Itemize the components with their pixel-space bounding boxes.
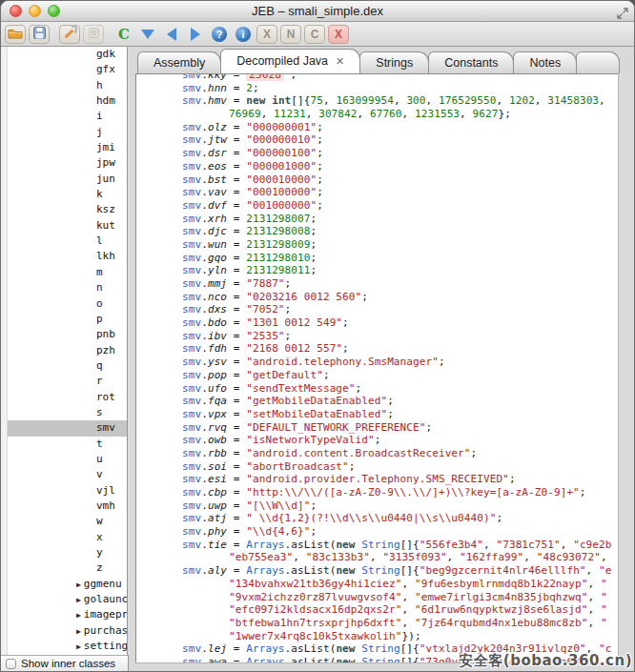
code-line[interactable]: smv.uwp = "[\\W\\d]"; [136, 499, 618, 513]
code-line[interactable]: smv.gqo = 2131298010; [136, 252, 618, 265]
code-line[interactable]: "btfebwa1hn7trsxprjhp6dxft", "7jz64rqubm… [136, 617, 618, 630]
sidebar-class-item[interactable]: pzh [1, 343, 127, 358]
code-line[interactable]: smv.atj = " \\d{1,2}(?!\\d\\s\\u0440|\\s… [136, 512, 618, 525]
sidebar-class-item[interactable]: hdm [1, 93, 127, 109]
code-line[interactable]: smv.soi = "abortBroadcast"; [136, 460, 618, 474]
minimize-window-button[interactable] [29, 5, 41, 17]
expander-arrow-icon[interactable]: ▶ [76, 596, 81, 604]
sidebar-class-item[interactable]: gfx [1, 62, 127, 77]
resize-corner-icon[interactable] [617, 6, 628, 23]
sidebar-class-item[interactable]: l [1, 234, 127, 249]
code-line[interactable]: "efc097i2kldsacx16dp2qxs2r", "6d1ruw6nqy… [136, 603, 618, 617]
sidebar-class-item[interactable]: y [1, 545, 127, 560]
sidebar-package-item[interactable]: ▶golaunch [1, 592, 127, 607]
sidebar-class-item[interactable]: jpw [1, 155, 127, 171]
sidebar-class-item[interactable]: s [1, 405, 127, 420]
navigate-back-button[interactable] [161, 25, 182, 44]
info-button[interactable]: i [233, 25, 254, 44]
sidebar-class-item[interactable]: q [1, 358, 127, 374]
code-line[interactable]: smv.bdo = "1301 0012 549"; [136, 316, 618, 330]
code-line[interactable]: smv.nco = "0203216 0012 560"; [136, 291, 618, 304]
code-line[interactable]: smv.vpx = "setMobileDataEnabled"; [136, 408, 618, 421]
code-line[interactable]: smv.djc = 2131298008; [136, 225, 618, 238]
sidebar-class-item[interactable]: u [1, 452, 127, 467]
navigate-forward-button[interactable] [185, 25, 206, 44]
sidebar-class-item[interactable]: jmi [1, 140, 127, 155]
sidebar-class-item[interactable]: z [1, 560, 127, 576]
sidebar-package-item[interactable]: ▶ggmenu [1, 577, 127, 592]
code-line[interactable]: smv.olz = "000000001"; [136, 121, 618, 134]
sidebar-class-item[interactable]: o [1, 296, 127, 312]
code-line[interactable]: smv.cbp = "http:\\/\\/([a-zA-Z0-9\\.\\/]… [136, 486, 618, 499]
code-line[interactable]: smv.fqa = "getMobileDataEnabled"; [136, 395, 618, 408]
sidebar-class-item[interactable]: jun [1, 172, 127, 187]
code-line[interactable]: smv.rbb = "android.content.BroadcastRece… [136, 447, 618, 460]
xref-button[interactable]: X [256, 25, 277, 44]
code-line[interactable]: smv.wun = 2131298009; [136, 238, 618, 252]
tab-strings[interactable]: Strings [359, 51, 429, 73]
sidebar-class-item[interactable]: t [1, 437, 127, 452]
expander-arrow-icon[interactable]: ▶ [76, 627, 81, 636]
code-line[interactable]: smv.owb = "isNetworkTypeValid"; [136, 434, 618, 447]
code-line[interactable]: smv.kky = 25028 ; [136, 73, 618, 82]
tab-close-icon[interactable]: ✕ [336, 55, 344, 67]
sidebar-package-item[interactable]: ▶imagepre [1, 607, 127, 622]
code-line[interactable]: "eb755ea3", "83c133b3", "3135f093", "162… [136, 551, 618, 564]
open-file-button[interactable] [5, 25, 26, 44]
decompiled-code-panel[interactable]: smv.kky = 25028 ;smv.hnn = 2;smv.hmv = n… [135, 73, 619, 663]
title-bar[interactable]: JEB – smali_simple.dex [1, 1, 634, 22]
sidebar-package-item[interactable]: ▶settings [1, 639, 127, 654]
sidebar-class-item[interactable]: rot [1, 390, 127, 405]
code-line[interactable]: smv.ufo = "sendTextMessage"; [136, 382, 618, 396]
code-line[interactable]: "134bvahxw21tb36gy4hi1ciez", "9fu6esbyml… [136, 578, 618, 591]
save-button[interactable] [29, 25, 50, 44]
code-line[interactable]: smv.pop = "getDefault"; [136, 369, 618, 382]
rename-button[interactable]: N [280, 25, 301, 44]
tree-scrollbar-track[interactable] [1, 47, 8, 655]
code-line[interactable]: smv.vav = "000100000"; [136, 186, 618, 199]
tab-assembly[interactable]: Assembly [137, 51, 221, 73]
code-line[interactable]: "1wwer7x4rq8c10k5txawkolih"}); [136, 630, 618, 643]
tab-constants[interactable]: Constants [428, 51, 514, 73]
code-line[interactable]: smv.fdh = "2168 0012 557"; [136, 342, 618, 356]
sidebar-class-item[interactable]: w [1, 514, 127, 529]
code-line[interactable]: smv.rvq = "DEFAULT_NETWORK_PREFERENCE"; [136, 421, 618, 435]
sidebar-class-item[interactable]: v [1, 467, 127, 482]
sidebar-class-item[interactable]: r [1, 374, 127, 389]
code-line[interactable]: smv.phy = "\\d{4,6}"; [136, 525, 618, 539]
code-line[interactable]: smv.xrh = 2131298007; [136, 213, 618, 226]
help-button[interactable]: ? [209, 25, 230, 44]
delete-button[interactable]: X [328, 25, 349, 44]
code-line[interactable]: smv.bst = "000010000"; [136, 173, 618, 187]
code-line[interactable]: smv.tie = Arrays.asList(new String[]{"55… [136, 539, 618, 552]
sidebar-class-item[interactable]: h [1, 78, 127, 93]
sidebar-class-item[interactable]: lkh [1, 249, 127, 264]
sidebar-class-item[interactable]: i [1, 109, 127, 124]
refresh-button[interactable]: C [113, 25, 134, 44]
expander-arrow-icon[interactable]: ▶ [76, 611, 81, 620]
sidebar-class-item[interactable]: k [1, 187, 127, 202]
code-line[interactable]: smv.mmj = "7887"; [136, 277, 618, 291]
code-line[interactable]: smv.ibv = "2535"; [136, 330, 618, 343]
close-window-button[interactable] [10, 5, 22, 17]
sidebar-class-item[interactable]: j [1, 125, 127, 140]
sidebar-package-item[interactable]: ▶purchase [1, 623, 127, 639]
comment-button[interactable]: C [304, 25, 325, 44]
tools-button[interactable] [59, 25, 80, 44]
navigate-down-button[interactable] [137, 25, 158, 44]
sidebar-class-item[interactable]: vmh [1, 499, 127, 514]
sidebar-class-item[interactable]: p [1, 312, 127, 327]
expander-arrow-icon[interactable]: ▶ [76, 642, 81, 651]
code-line[interactable]: smv.ysv = "android.telephony.SmsManager"… [136, 356, 618, 369]
sidebar-class-item[interactable]: vjl [1, 483, 127, 499]
expander-arrow-icon[interactable]: ▶ [76, 580, 81, 589]
show-inner-classes-checkbox[interactable] [6, 659, 16, 669]
code-line[interactable]: smv.aly = Arrays.asList(new String[]{"be… [136, 564, 618, 578]
code-line[interactable]: smv.dsr = "000000100"; [136, 147, 618, 160]
sidebar-class-item[interactable]: kut [1, 218, 127, 234]
code-line[interactable]: smv.hmv = new int[]{75, 163099954, 300, … [136, 94, 618, 108]
sidebar-class-item[interactable]: m [1, 265, 127, 280]
code-line[interactable]: smv.dvf = "001000000"; [136, 199, 618, 213]
code-line[interactable]: smv.hnn = 2; [136, 82, 618, 95]
sidebar-class-item[interactable]: ksz [1, 202, 127, 217]
